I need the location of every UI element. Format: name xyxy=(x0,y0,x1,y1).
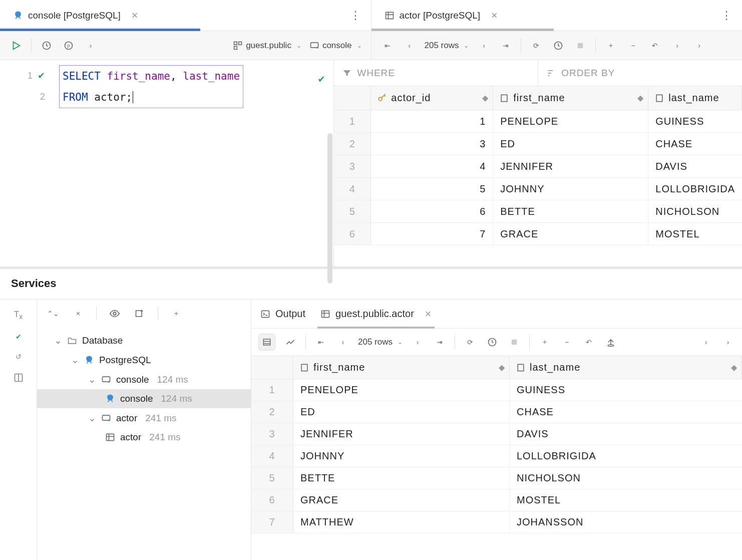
cell-actor-id[interactable]: 1 xyxy=(371,110,493,132)
sort-handle-icon[interactable]: ◆ xyxy=(637,93,644,103)
cell-first-name[interactable]: GRACE xyxy=(293,489,510,511)
cell-last-name[interactable]: DAVIS xyxy=(510,423,742,445)
cell-first-name[interactable]: BETTE xyxy=(493,200,648,222)
chevron-right-icon[interactable]: › xyxy=(699,335,713,349)
col-header-last-name[interactable]: last_name xyxy=(648,86,742,110)
tab-result-table[interactable]: guest.public.actor × xyxy=(320,300,432,328)
layout-icon[interactable] xyxy=(14,373,24,384)
tree-item-postgresql[interactable]: ⌄ PostgreSQL xyxy=(37,350,251,370)
first-page-icon[interactable]: ⇤ xyxy=(381,39,395,53)
table-row[interactable]: 34JENNIFERDAVIS xyxy=(334,155,742,178)
plan-icon[interactable]: p xyxy=(62,39,76,53)
cell-first-name[interactable]: PENELOPE xyxy=(493,110,648,132)
revert-icon[interactable]: ↶ xyxy=(582,335,596,349)
add-row-icon[interactable]: ＋ xyxy=(538,335,552,349)
cell-last-name[interactable]: GUINESS xyxy=(510,379,742,401)
cell-first-name[interactable]: JOHNNY xyxy=(493,178,648,200)
cell-last-name[interactable]: CHASE xyxy=(648,133,742,155)
cell-first-name[interactable]: ED xyxy=(493,133,648,155)
cell-last-name[interactable]: DAVIS xyxy=(648,155,742,177)
table-row[interactable]: 4JOHNNYLOLLOBRIGIDA xyxy=(251,445,742,467)
clock-stop-icon[interactable] xyxy=(551,39,565,53)
close-icon[interactable]: × xyxy=(425,308,432,321)
cell-actor-id[interactable]: 7 xyxy=(371,223,493,245)
tree-item-actor-result[interactable]: actor 241 ms xyxy=(37,428,251,447)
table-row[interactable]: 67GRACEMOSTEL xyxy=(334,223,742,245)
cell-first-name[interactable]: GRACE xyxy=(493,223,648,245)
editor-scrollbar[interactable] xyxy=(327,133,332,284)
chart-view-icon[interactable] xyxy=(283,335,297,349)
sort-handle-icon[interactable]: ◆ xyxy=(731,363,737,372)
cell-first-name[interactable]: JENNIFER xyxy=(493,155,648,177)
prev-page-icon[interactable]: ‹ xyxy=(403,39,417,53)
close-icon[interactable]: × xyxy=(71,307,85,321)
col-header-first-name[interactable]: first_name ◆ xyxy=(493,86,648,110)
tab-right-menu-icon[interactable]: ⋮ xyxy=(721,9,732,22)
expand-icon[interactable]: ⌃⌄ xyxy=(46,307,60,321)
inspection-ok-icon[interactable]: ✔ xyxy=(318,68,325,89)
cell-first-name[interactable]: MATTHEW xyxy=(293,511,510,533)
tab-console[interactable]: console [PostgreSQL] × xyxy=(0,0,147,31)
col-header-first-name[interactable]: first_name ◆ xyxy=(293,356,510,379)
last-page-icon[interactable]: ⇥ xyxy=(433,335,447,349)
tab-output[interactable]: Output xyxy=(260,300,305,328)
col-header-actor-id[interactable]: actor_id ◆ xyxy=(371,86,493,110)
cell-last-name[interactable]: JOHANSSON xyxy=(510,511,742,533)
cell-last-name[interactable]: MOSTEL xyxy=(648,223,742,245)
cell-first-name[interactable]: PENELOPE xyxy=(293,379,510,401)
tab-actor[interactable]: actor [PostgreSQL] × xyxy=(372,0,507,31)
cell-actor-id[interactable]: 5 xyxy=(371,178,493,200)
order-filter[interactable]: ORDER BY xyxy=(538,60,742,86)
clock-stop-icon[interactable] xyxy=(485,335,499,349)
cell-last-name[interactable]: CHASE xyxy=(510,401,742,423)
revert-icon[interactable]: ↶ xyxy=(648,39,662,53)
reload-icon[interactable]: ⟳ xyxy=(463,335,477,349)
remove-row-icon[interactable]: − xyxy=(560,335,574,349)
sql-editor[interactable]: SELECT first_name, last_name FROM actor;… xyxy=(53,60,333,266)
target-selector[interactable]: console ⌄ xyxy=(309,41,362,51)
tree-item-console-query[interactable]: console 124 ms xyxy=(37,389,251,408)
remove-row-icon[interactable]: − xyxy=(626,39,640,53)
table-row[interactable]: 3JENNIFERDAVIS xyxy=(251,423,742,445)
cell-first-name[interactable]: BETTE xyxy=(293,467,510,489)
cell-actor-id[interactable]: 3 xyxy=(371,133,493,155)
cell-last-name[interactable]: LOLLOBRIGIDA xyxy=(648,178,742,200)
reload-icon[interactable]: ⟳ xyxy=(529,39,543,53)
cell-last-name[interactable]: NICHOLSON xyxy=(510,467,742,489)
sort-handle-icon[interactable]: ◆ xyxy=(482,93,489,103)
table-row[interactable]: 11PENELOPEGUINESS xyxy=(334,110,742,133)
eye-icon[interactable] xyxy=(108,307,122,321)
tree-item-console[interactable]: ⌄ console 124 ms xyxy=(37,370,251,389)
plus-icon[interactable]: ＋ xyxy=(169,307,183,321)
last-page-icon[interactable]: ⇥ xyxy=(499,39,513,53)
chevron-right-icon[interactable]: › xyxy=(84,39,98,53)
stop-icon[interactable] xyxy=(507,335,521,349)
table-row[interactable]: 5BETTENICHOLSON xyxy=(251,467,742,489)
tab-left-menu-icon[interactable]: ⋮ xyxy=(350,9,361,22)
prev-page-icon[interactable]: ‹ xyxy=(336,335,350,349)
next-page-icon[interactable]: › xyxy=(411,335,425,349)
col-header-last-name[interactable]: last_name ◆ xyxy=(510,356,742,379)
stop-icon[interactable] xyxy=(573,39,587,53)
close-icon[interactable]: × xyxy=(491,9,498,22)
table-row[interactable]: 23EDCHASE xyxy=(334,133,742,155)
table-row[interactable]: 2EDCHASE xyxy=(251,401,742,423)
cell-last-name[interactable]: MOSTEL xyxy=(510,489,742,511)
cell-last-name[interactable]: GUINESS xyxy=(648,110,742,132)
history-icon[interactable] xyxy=(40,39,54,53)
cell-last-name[interactable]: NICHOLSON xyxy=(648,200,742,222)
sort-handle-icon[interactable]: ◆ xyxy=(499,363,505,372)
table-row[interactable]: 6GRACEMOSTEL xyxy=(251,489,742,511)
transaction-icon[interactable]: Tx xyxy=(14,310,23,321)
cell-actor-id[interactable]: 6 xyxy=(371,200,493,222)
close-icon[interactable]: × xyxy=(132,9,138,22)
rows-count-selector[interactable]: 205 rows ⌄ xyxy=(358,337,403,347)
chevron-right-icon[interactable]: › xyxy=(670,39,684,53)
new-result-icon[interactable] xyxy=(133,307,147,321)
next-page-icon[interactable]: › xyxy=(477,39,491,53)
where-filter[interactable]: WHERE xyxy=(334,60,538,86)
tree-item-database[interactable]: ⌄ Database xyxy=(37,331,251,350)
run-button[interactable] xyxy=(9,39,23,53)
add-row-icon[interactable]: ＋ xyxy=(604,39,618,53)
table-row[interactable]: 45JOHNNYLOLLOBRIGIDA xyxy=(334,178,742,200)
